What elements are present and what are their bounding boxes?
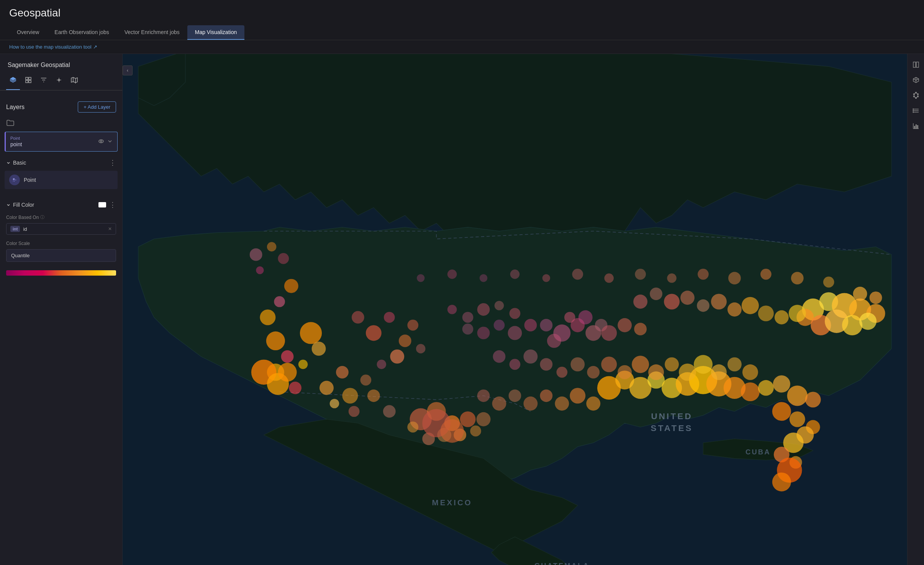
tab-map-visualization[interactable]: Map Visualization [187,25,244,40]
svg-point-12 [266,331,285,350]
tab-vector-enrichment[interactable]: Vector Enrichment jobs [117,25,187,40]
svg-point-24 [267,242,277,251]
svg-point-128 [742,364,758,380]
svg-point-37 [360,374,372,385]
svg-point-126 [711,364,727,380]
fill-color-swatch[interactable] [98,202,106,207]
help-link[interactable]: How to use the map visualization tool ↗ [9,44,915,50]
add-layer-button[interactable]: + Add Layer [78,101,116,113]
svg-point-23 [250,248,262,261]
color-scale-select[interactable]: Quantile [6,249,116,262]
fill-color-toggle[interactable]: Fill Color [6,202,34,208]
folder-icon-row [0,117,122,132]
svg-point-100 [462,323,473,335]
basic-section-toggle[interactable]: Basic [6,160,26,166]
layer-info: Point point [10,136,22,147]
layer-item-header: Point point [10,136,113,147]
color-based-on-section: Color Based On ⓘ int id ✕ [0,213,122,239]
clear-field-icon[interactable]: ✕ [108,226,112,232]
app-title: Geospatial [9,7,915,19]
fill-color-label: Fill Color [13,202,34,208]
svg-point-82 [859,313,876,330]
color-scale-label: Color Scale [6,241,116,246]
visibility-toggle-icon[interactable] [98,138,104,145]
color-scale-section: Color Scale Quantile [0,239,122,266]
list-view-button[interactable] [910,105,922,117]
svg-point-66 [772,402,791,421]
svg-point-176 [913,112,914,113]
svg-point-101 [633,295,647,309]
svg-point-20 [256,266,264,274]
svg-point-4 [99,140,103,143]
layers-icon-btn[interactable] [6,73,20,87]
tab-earth-observation[interactable]: Earth Observation jobs [47,25,116,40]
svg-point-18 [289,382,301,394]
main-content: Sagemaker Geospatial [0,54,924,565]
sparkle-icon-btn[interactable] [52,73,66,87]
fill-color-section-row: Fill Color ⋮ [0,197,122,213]
svg-point-151 [698,269,709,280]
split-view-button[interactable] [910,59,922,71]
svg-point-109 [758,305,774,321]
svg-point-64 [787,385,808,406]
svg-point-21 [300,322,322,344]
svg-point-102 [650,287,662,300]
svg-point-15 [274,296,285,307]
svg-point-35 [336,366,349,379]
layer-item-point[interactable]: Point point [5,132,118,152]
sidebar-collapse-button[interactable]: ‹ [123,65,133,75]
svg-point-148 [604,273,614,283]
field-value: id [23,226,105,232]
svg-rect-179 [914,126,915,129]
svg-rect-181 [917,125,918,129]
mexico-label: MEXICO [432,498,472,507]
polygon-button[interactable] [910,89,922,101]
fill-color-options-icon[interactable]: ⋮ [109,201,116,208]
external-link-icon: ↗ [93,44,97,50]
svg-rect-163 [913,62,916,67]
svg-point-136 [586,397,600,411]
layers-header: Layers + Add Layer [0,94,122,117]
svg-point-149 [635,269,646,280]
svg-point-62 [758,380,774,396]
svg-point-26 [366,325,382,341]
color-gradient-bar [6,270,116,276]
svg-point-158 [278,363,297,382]
map-container[interactable]: ‹ [123,54,907,565]
svg-rect-0 [26,77,28,80]
svg-point-93 [618,318,632,332]
svg-point-63 [773,376,790,393]
fill-color-controls: ⋮ [98,201,116,208]
chart-button[interactable] [910,120,922,132]
point-visual-item: Point [5,171,118,189]
svg-point-84 [870,291,882,304]
svg-point-162 [772,472,791,491]
basic-options-icon[interactable]: ⋮ [109,159,116,166]
cube-button[interactable] [910,74,922,86]
svg-point-133 [540,389,553,402]
svg-point-130 [492,397,506,411]
svg-point-167 [917,96,918,97]
svg-point-150 [667,273,677,283]
grid-icon-btn[interactable] [21,73,35,87]
color-field-input[interactable]: int id ✕ [6,223,116,235]
layer-expand-icon[interactable] [107,139,113,145]
map-icon-btn[interactable] [67,73,81,87]
svg-point-106 [711,294,727,310]
tab-overview[interactable]: Overview [9,25,47,40]
point-label: Point [24,177,36,183]
guatemala-label: GUATEMALA [534,562,590,565]
svg-point-165 [915,92,916,93]
field-type-badge: int [10,226,20,232]
header: Geospatial Overview Earth Observation jo… [0,0,924,40]
svg-point-6 [13,178,15,180]
svg-point-147 [572,269,583,280]
svg-point-104 [680,291,695,305]
fill-color-chevron-icon [6,202,11,207]
map-svg: UNITED STATES MEXICO CUBA GUATEMALA FOUR… [123,54,907,565]
svg-point-129 [477,389,490,402]
svg-point-122 [648,364,664,380]
svg-point-139 [477,303,490,316]
filter-icon-btn[interactable] [37,73,51,87]
svg-point-88 [540,319,553,331]
